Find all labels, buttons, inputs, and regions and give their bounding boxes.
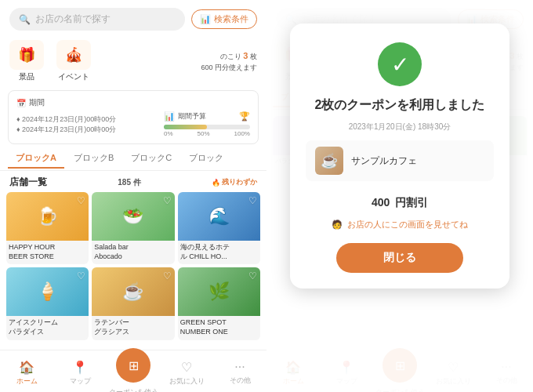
- nav-more[interactable]: ··· その他: [213, 357, 266, 386]
- store-name-latte: ラテンバーグラシアス: [92, 316, 174, 339]
- bottom-nav: 🏠 ホーム 📍 マップ ⊞ クーポンを使う ♡ お気に入り ··· その他: [0, 350, 266, 392]
- heart-icon-ice[interactable]: ♡: [77, 270, 85, 281]
- check-icon: ✓: [391, 52, 409, 78]
- store-list-title: 店舗一覧: [9, 176, 47, 189]
- remaining-unit: 枚: [250, 53, 257, 60]
- bar-chart-icon: 📊: [200, 14, 211, 24]
- search-icon: 🔍: [19, 14, 31, 25]
- person-icon: 🧑: [332, 220, 343, 230]
- categories-row: 🎁 景品 🎪 イベント のこり 3 枚 600 円分使えます: [0, 35, 266, 87]
- right-phone: 🔍 お店の名前で探す 📊 検索条件 🎁 景品 🎪 イベント のこり 3 枚 60…: [266, 0, 533, 392]
- period-label: 期間: [29, 97, 45, 108]
- nav-favorite[interactable]: ♡ お気に入り: [160, 357, 213, 387]
- left-phone: 🔍 お店の名前で探す 📊 検索条件 🎁 景品 🎪 イベント のこり 3 枚: [0, 0, 266, 392]
- heart-icon-latte[interactable]: ♡: [163, 270, 172, 281]
- period-start: ♦ 2024年12月23日(月)00時00分: [16, 114, 159, 125]
- store-card-sea[interactable]: 🌊 ♡ 海の見えるホテル CHILL HO...: [178, 192, 260, 264]
- filter-button-label: 検索条件: [214, 13, 248, 25]
- search-input-container[interactable]: 🔍 お店の名前で探す: [9, 8, 185, 31]
- block-tab-b[interactable]: ブロックB: [66, 149, 121, 169]
- more-icon: ···: [234, 360, 245, 374]
- search-bar: 🔍 お店の名前で探す 📊 検索条件: [0, 0, 266, 35]
- progress-50: 50%: [198, 130, 210, 137]
- modal-shop-image: ☕: [315, 147, 343, 175]
- remaining-badge: 🔥 残りわずか: [212, 177, 257, 187]
- block-tab-c[interactable]: ブロックC: [123, 149, 179, 169]
- map-label: マップ: [70, 376, 91, 387]
- store-name-salad: Salada barAbocado: [92, 241, 174, 264]
- period-end: ♦ 2024年12月23日(月)00時00分: [16, 125, 159, 135]
- store-name-beer: HAPPY HOURBEER STORE: [6, 241, 89, 264]
- gift-icon: 🎁: [18, 46, 35, 64]
- shop-coffee-icon: ☕: [321, 152, 338, 169]
- progress-fill: [164, 125, 207, 129]
- home-label: ホーム: [16, 376, 38, 387]
- filter-button[interactable]: 📊 検索条件: [191, 9, 257, 29]
- block-tabs: ブロックA ブロックB ブロックC ブロック: [0, 147, 266, 171]
- progress-0: 0%: [164, 130, 173, 137]
- discount-amount: 400: [372, 196, 390, 209]
- coupon-used-modal: ✓ 2枚のクーポンを利用しました 2023年1月20日(金) 18時30分 ☕ …: [290, 24, 509, 289]
- store-list-header: 店舗一覧 185 件 🔥 残りわずか: [0, 171, 266, 192]
- remaining-count: 3: [243, 51, 248, 60]
- remaining-label: のこり: [220, 53, 241, 60]
- points-info: のこり 3 枚 600 円分使えます: [201, 49, 257, 73]
- store-card-latte[interactable]: ☕ ♡ ラテンバーグラシアス: [92, 267, 174, 339]
- store-card-green[interactable]: 🌿 ♡ GREEN SPOTNUMBER ONE: [178, 267, 260, 339]
- favorite-label: お気に入り: [169, 376, 205, 387]
- category-event[interactable]: 🎪 イベント: [56, 40, 91, 82]
- heart-icon-green[interactable]: ♡: [248, 270, 257, 281]
- budget-chart-icon: 📊: [164, 111, 175, 122]
- modal-staff-message: 🧑 お店の人にこの画面を見せてね: [332, 219, 468, 230]
- qr-icon: ⊞: [129, 358, 139, 373]
- store-card-salad[interactable]: 🥗 ♡ Salada barAbocado: [92, 192, 174, 264]
- store-name-green: GREEN SPOTNUMBER ONE: [178, 316, 260, 339]
- store-card-beer[interactable]: 🍺 ♡ HAPPY HOURBEER STORE: [6, 192, 89, 264]
- modal-date: 2023年1月20日(金) 18時30分: [349, 122, 451, 132]
- modal-discount: 400 円割引: [372, 189, 428, 211]
- modal-title: 2枚のクーポンを利用しました: [315, 97, 485, 114]
- store-count: 185 件: [118, 177, 140, 188]
- usable-text: 600 円分使えます: [201, 63, 257, 74]
- search-placeholder: お店の名前で探す: [35, 13, 111, 26]
- modal-backdrop: ✓ 2枚のクーポンを利用しました 2023年1月20日(金) 18時30分 ☕ …: [266, 0, 533, 392]
- event-icon: 🎪: [65, 46, 82, 64]
- budget-label: 期間予算: [178, 111, 206, 122]
- nav-map[interactable]: 📍 マップ: [53, 357, 107, 387]
- block-tab-a[interactable]: ブロックA: [8, 149, 64, 169]
- gift-icon-box: 🎁: [9, 40, 44, 70]
- event-icon-box: 🎪: [56, 40, 91, 70]
- check-circle: ✓: [378, 42, 422, 86]
- heart-icon-beer[interactable]: ♡: [77, 195, 85, 206]
- progress-bar: [164, 125, 250, 129]
- budget-thumb-icon: 🏆: [239, 111, 250, 122]
- block-tab-d[interactable]: ブロック: [181, 149, 231, 169]
- more-label: その他: [230, 376, 251, 386]
- staff-message-text: お店の人にこの画面を見せてね: [347, 219, 468, 230]
- gift-label: 景品: [19, 71, 34, 82]
- store-name-ice: アイスクリームパラダイス: [6, 316, 89, 339]
- nav-home[interactable]: 🏠 ホーム: [0, 357, 53, 387]
- modal-close-button[interactable]: 閉じる: [336, 243, 463, 273]
- category-gift[interactable]: 🎁 景品: [9, 40, 44, 82]
- progress-100: 100%: [234, 130, 250, 137]
- discount-unit: 円割引: [395, 196, 428, 209]
- heart-icon-salad[interactable]: ♡: [163, 195, 172, 206]
- map-icon: 📍: [72, 360, 88, 375]
- modal-shop-row: ☕ サンプルカフェ: [306, 140, 494, 181]
- period-section: 📅 期間 ♦ 2024年12月23日(月)00時00分 ♦ 2024年12月23…: [8, 90, 259, 144]
- event-label: イベント: [58, 71, 89, 82]
- store-name-sea: 海の見えるホテル CHILL HO...: [178, 241, 260, 264]
- favorite-icon: ♡: [181, 360, 192, 375]
- heart-icon-sea[interactable]: ♡: [248, 195, 257, 206]
- home-icon: 🏠: [19, 360, 34, 375]
- modal-shop-name: サンプルカフェ: [351, 154, 417, 168]
- calendar-icon: 📅: [16, 99, 26, 107]
- coupon-label: クーポンを使う: [109, 387, 158, 392]
- progress-labels: 0% 50% 100%: [164, 130, 250, 137]
- nav-coupon[interactable]: ⊞ クーポンを使う: [107, 345, 160, 392]
- store-grid: 🍺 ♡ HAPPY HOURBEER STORE 🥗 ♡ Salada barA…: [0, 192, 266, 343]
- store-card-ice[interactable]: 🍦 ♡ アイスクリームパラダイス: [6, 267, 89, 339]
- coupon-button[interactable]: ⊞: [116, 348, 150, 383]
